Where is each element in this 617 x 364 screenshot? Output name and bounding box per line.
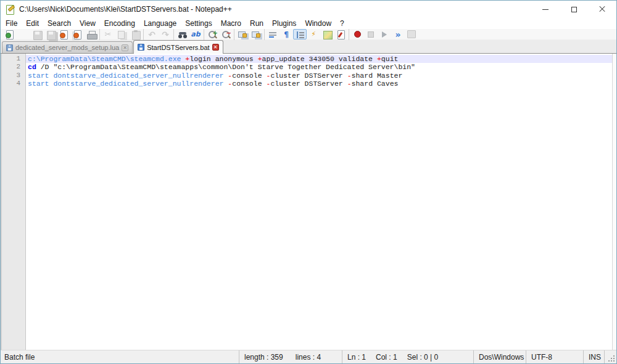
close-button[interactable] bbox=[588, 1, 616, 18]
tab-label: dedicated_server_mods_setup.lua bbox=[15, 44, 119, 51]
code-segment-command: c:\ProgramData\SteamCMD\steamcmd.exe bbox=[28, 55, 185, 63]
resize-grip[interactable] bbox=[604, 350, 616, 363]
menu-item-view[interactable]: View bbox=[75, 18, 100, 29]
menu-item-settings[interactable]: Settings bbox=[181, 18, 216, 29]
code-segment-plain: quit bbox=[381, 55, 399, 63]
code-segment-plain: shard Caves bbox=[352, 80, 399, 88]
code-line-2[interactable]: cd /D "c:\ProgramData\SteamCMD\steamapps… bbox=[26, 63, 612, 71]
tab-close-icon[interactable]: ✕ bbox=[122, 44, 128, 51]
menu-bar: FileEditSearchViewEncodingLanguageSettin… bbox=[1, 18, 616, 29]
tab-bar: dedicated_server_mods_setup.lua✕StartDST… bbox=[1, 40, 616, 54]
code-text-area[interactable]: c:\ProgramData\SteamCMD\steamcmd.exe +lo… bbox=[26, 54, 612, 350]
toolbar-group: ab bbox=[173, 29, 204, 40]
open-file-icon[interactable] bbox=[17, 29, 30, 39]
tab-StartDSTServers.bat[interactable]: StartDSTServers.bat✕ bbox=[133, 40, 223, 54]
doc-type-label: Batch file bbox=[4, 353, 35, 362]
show-all-characters-icon[interactable]: ¶ bbox=[280, 29, 293, 39]
tab-label: StartDSTServers.bat bbox=[147, 44, 209, 51]
menu-item-search[interactable]: Search bbox=[43, 18, 75, 29]
window-title: C:\Users\Nick\Documents\Klei\StartDSTSer… bbox=[19, 5, 232, 14]
length-label: length : 359 bbox=[244, 353, 283, 362]
save-all-icon[interactable] bbox=[44, 29, 57, 39]
eol-format-label: Dos\Windows bbox=[479, 353, 524, 362]
close-icon bbox=[598, 6, 606, 13]
code-segment-command: start dontstarve_dedicated_server_nullre… bbox=[28, 80, 228, 88]
maximize-button[interactable] bbox=[560, 1, 588, 18]
sync-horizontal-scroll-icon[interactable] bbox=[249, 29, 263, 39]
lines-label: lines : 4 bbox=[296, 353, 321, 362]
tab-close-icon[interactable]: ✕ bbox=[212, 44, 219, 51]
menu-item-file[interactable]: File bbox=[1, 18, 22, 29]
menu-item-edit[interactable]: Edit bbox=[22, 18, 43, 29]
toolbar-group: +− bbox=[204, 29, 234, 40]
status-encoding[interactable]: UTF-8 bbox=[526, 350, 583, 363]
code-segment-plain: /D "c:\ProgramData\SteamCMD\steamapps\co… bbox=[36, 63, 415, 71]
line-position-label: Ln : 1 bbox=[347, 353, 366, 362]
notepad-plus-plus-app-icon bbox=[6, 5, 15, 14]
new-file-icon[interactable] bbox=[3, 29, 17, 39]
code-segment-plain: cluster DSTServer bbox=[270, 80, 347, 88]
replace-icon[interactable]: ab bbox=[189, 29, 202, 39]
macro-record-icon[interactable] bbox=[350, 29, 364, 39]
word-wrap-icon[interactable] bbox=[266, 29, 280, 39]
tab-dedicated_server_mods_setup.lua[interactable]: dedicated_server_mods_setup.lua✕ bbox=[2, 41, 133, 53]
macro-play-icon[interactable] bbox=[378, 29, 391, 39]
code-segment-plain: app_update 343050 validate bbox=[262, 55, 377, 63]
save-icon[interactable] bbox=[30, 29, 44, 39]
editor-area: 1234 c:\ProgramData\SteamCMD\steamcmd.ex… bbox=[1, 54, 616, 350]
print-icon[interactable] bbox=[85, 29, 98, 39]
menu-item-language[interactable]: Language bbox=[139, 18, 181, 29]
toolbar: ✂↶↷ab+−¶⚡» bbox=[1, 29, 616, 40]
menu-item-window[interactable]: Window bbox=[300, 18, 336, 29]
notepad-plus-plus-window: C:\Users\Nick\Documents\Klei\StartDSTSer… bbox=[0, 0, 617, 364]
code-line-1[interactable]: c:\ProgramData\SteamCMD\steamcmd.exe +lo… bbox=[26, 55, 612, 63]
code-segment-keyword: cd bbox=[28, 63, 36, 71]
show-indent-guide-icon[interactable] bbox=[293, 29, 307, 39]
find-icon[interactable] bbox=[175, 29, 189, 39]
zoom-out-sign: − bbox=[226, 30, 231, 36]
code-segment-plain: login anonymous bbox=[189, 55, 257, 63]
macro-save-icon[interactable] bbox=[405, 29, 418, 39]
code-line-3[interactable]: start dontstarve_dedicated_server_nullre… bbox=[26, 72, 612, 80]
zoom-out-icon[interactable]: − bbox=[219, 29, 233, 39]
user-defined-language-icon[interactable]: ⚡ bbox=[307, 29, 320, 39]
status-cursor-section: Ln : 1 Col : 1 Sel : 0 | 0 bbox=[342, 350, 473, 363]
zoom-in-icon[interactable]: + bbox=[205, 29, 219, 39]
toolbar-group bbox=[2, 29, 99, 40]
cut-icon[interactable]: ✂ bbox=[101, 29, 115, 39]
saved-file-icon bbox=[138, 44, 144, 51]
menu-item-run[interactable]: Run bbox=[246, 18, 268, 29]
status-eol-format[interactable]: Dos\Windows bbox=[473, 350, 526, 363]
title-bar[interactable]: C:\Users\Nick\Documents\Klei\StartDSTSer… bbox=[1, 1, 616, 18]
minimize-button[interactable] bbox=[531, 1, 560, 18]
code-segment-plain: console bbox=[232, 80, 266, 88]
selection-label: Sel : 0 | 0 bbox=[407, 353, 438, 362]
copy-icon[interactable] bbox=[115, 29, 128, 39]
line-number-gutter: 1234 bbox=[1, 54, 26, 350]
menu-item-macro[interactable]: Macro bbox=[217, 18, 246, 29]
undo-icon[interactable]: ↶ bbox=[145, 29, 159, 39]
encoding-label: UTF-8 bbox=[531, 353, 552, 362]
code-segment-operator: - bbox=[347, 72, 352, 80]
editor-scrollbar-track[interactable] bbox=[612, 54, 616, 350]
close-file-icon[interactable] bbox=[57, 29, 71, 39]
macro-run-multiple-icon[interactable]: » bbox=[391, 29, 405, 39]
paste-icon[interactable] bbox=[128, 29, 142, 39]
status-insert-mode[interactable]: INS bbox=[583, 350, 604, 363]
function-list-icon[interactable] bbox=[334, 29, 347, 39]
code-segment-operator: + bbox=[258, 55, 262, 63]
close-all-icon[interactable] bbox=[71, 29, 85, 39]
menu-item-help[interactable]: ? bbox=[336, 18, 349, 29]
code-line-4[interactable]: start dontstarve_dedicated_server_nullre… bbox=[26, 80, 612, 88]
line-number: 4 bbox=[2, 80, 25, 88]
code-segment-plain: cluster DSTServer bbox=[270, 72, 347, 80]
macro-stop-icon[interactable] bbox=[364, 29, 378, 39]
redo-icon[interactable]: ↷ bbox=[159, 29, 172, 39]
column-position-label: Col : 1 bbox=[376, 353, 397, 362]
sync-vertical-scroll-icon[interactable] bbox=[236, 29, 249, 39]
menu-item-encoding[interactable]: Encoding bbox=[100, 18, 139, 29]
line-number: 3 bbox=[2, 72, 25, 80]
status-doc-type: Batch file bbox=[1, 350, 239, 363]
menu-item-plugins[interactable]: Plugins bbox=[268, 18, 300, 29]
document-map-icon[interactable] bbox=[320, 29, 334, 39]
